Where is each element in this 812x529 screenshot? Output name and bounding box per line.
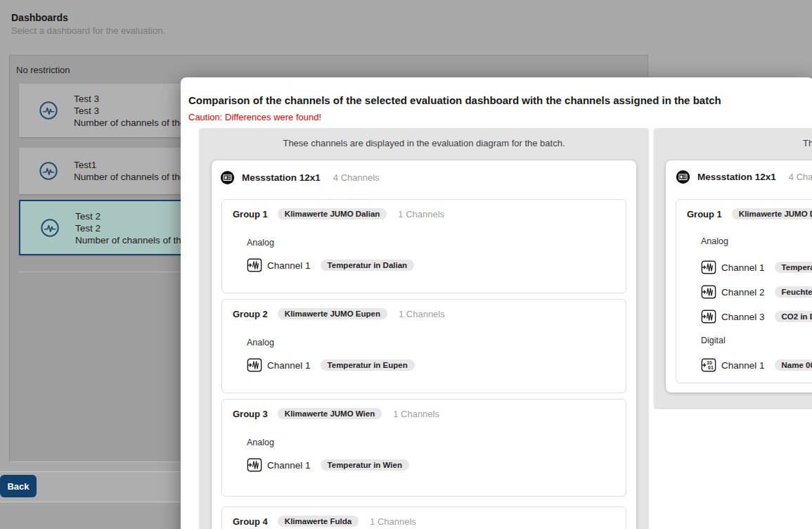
back-button[interactable]: Back xyxy=(0,475,37,497)
analog-channel-icon xyxy=(247,357,262,373)
group-tag-badge: Klimawerte Fulda xyxy=(278,516,359,527)
dashboard-title: Test1 xyxy=(74,159,185,171)
dashboard-title: Test 3 xyxy=(74,93,185,105)
channel-row: Channel 1 Temperatur in Wien xyxy=(247,457,409,473)
station-name: Messstation 12x1 xyxy=(242,172,321,183)
group-channel-count: 1 Channels xyxy=(398,209,444,219)
analog-channel-icon xyxy=(701,309,716,324)
page-title: Dashboards xyxy=(11,12,68,23)
station-name: Messstation 12x1 xyxy=(697,172,776,182)
channel-name: Channel 3 xyxy=(721,312,765,322)
dashboard-tile-text: Test 2 Test 2 Number of channels of the xyxy=(75,210,186,246)
channel-tag-badge: Temperatur in Wien xyxy=(321,459,409,471)
measuring-station-icon xyxy=(220,170,235,185)
analog-channel-icon xyxy=(701,260,716,275)
station-row: Messstation 12x1 4 Channels xyxy=(220,170,380,185)
evaluation-panel-header: These channels are displayed in the eval… xyxy=(199,138,649,148)
group-name: Group 3 xyxy=(233,409,268,419)
channel-tag-badge: Temperatur in Eupen xyxy=(321,359,415,371)
channel-row: Channel 1 Temperatur in Eupen xyxy=(247,357,415,373)
dashboard-description: Number of channels of the xyxy=(74,171,185,183)
group-header: Group 4 Klimawerte Fulda 1 Channels xyxy=(233,516,416,527)
group-channel-count: 1 Channels xyxy=(370,516,416,527)
digital-channel-icon xyxy=(701,357,716,373)
section-label-analog: Analog xyxy=(247,438,274,447)
evaluation-channels-panel: These channels are displayed in the eval… xyxy=(199,128,649,529)
waveform-dashboard-icon xyxy=(39,101,58,120)
waveform-dashboard-icon xyxy=(39,161,58,181)
dialog-title: Comparison of the channels of the select… xyxy=(188,94,721,106)
channel-tag-badge: Temperatur in Dalian xyxy=(321,260,415,271)
dashboard-subtitle: Test 3 xyxy=(74,105,185,117)
channel-name: Channel 1 xyxy=(721,262,765,273)
station-channel-count: 4 Channels xyxy=(333,172,380,183)
section-label-digital: Digital xyxy=(701,336,726,345)
dashboard-tile-text: Test 3 Test 3 Number of channels of the xyxy=(74,93,185,129)
group-tag-badge: Klimawerte JUMO Eupen xyxy=(278,308,387,319)
group-card-3: Group 3 Klimawerte JUMO Wien 1 Channels … xyxy=(221,399,626,497)
group-name: Group 4 xyxy=(233,516,268,527)
channel-row: Channel 1 Temperatur in Dalian xyxy=(247,257,414,273)
channel-tag-badge: Feuchte in Dalian xyxy=(775,286,812,298)
group-card-4: Group 4 Klimawerte Fulda 1 Channels xyxy=(221,506,626,529)
channel-row: Channel 1 Name 001 xyxy=(701,357,812,373)
analog-channel-icon xyxy=(247,457,262,473)
group-card-1: Group 1 Klimawerte JUMO Dalian 1 Channel… xyxy=(221,199,626,293)
station-row: Messstation 12x1 4 Channels xyxy=(676,170,812,184)
channel-name: Channel 1 xyxy=(267,260,311,271)
group-tag-badge: Klimawerte JUMO Dalian xyxy=(732,208,812,219)
group-name: Group 1 xyxy=(233,209,268,219)
screen: Dashboards Select a dashboard for the ev… xyxy=(0,0,812,529)
channel-row: Channel 3 CO2 in Dalian xyxy=(701,309,812,324)
analog-channel-icon xyxy=(247,257,262,273)
channel-row: Channel 1 Temperatur in Dalian xyxy=(701,260,812,275)
dashboard-tile-text: Test1 Number of channels of the xyxy=(74,159,185,183)
station-card: Messstation 12x1 4 Channels Group 1 Klim… xyxy=(666,160,812,393)
dialog-caution-message: Caution: Differences were found! xyxy=(188,112,321,122)
station-card: Messstation 12x1 4 Channels Group 1 Klim… xyxy=(212,160,636,529)
group-name: Group 2 xyxy=(233,309,268,319)
channel-row: Channel 2 Feuchte in Dalian xyxy=(701,284,812,300)
group-tag-badge: Klimawerte JUMO Dalian xyxy=(278,208,387,219)
channel-name: Channel 2 xyxy=(721,287,765,298)
section-label-analog: Analog xyxy=(247,338,274,348)
section-label-analog: Analog xyxy=(701,236,728,246)
measuring-station-icon xyxy=(676,170,690,184)
dashboard-description: Number of channels of the xyxy=(75,234,186,246)
dashboard-description: Number of channels of the xyxy=(74,117,185,129)
analog-channel-icon xyxy=(701,284,716,300)
group-header: Group 1 Klimawerte JUMO Dalian xyxy=(687,208,812,219)
list-filter-label: No restriction xyxy=(16,65,70,75)
group-card-2: Group 2 Klimawerte JUMO Eupen 1 Channels… xyxy=(221,299,626,393)
group-name: Group 1 xyxy=(687,209,722,219)
section-label-analog: Analog xyxy=(247,238,274,248)
group-channel-count: 1 Channels xyxy=(399,309,445,319)
channel-name: Channel 1 xyxy=(267,360,311,371)
channel-tag-badge: Name 001 xyxy=(775,359,812,371)
group-channel-count: 1 Channels xyxy=(393,409,439,419)
group-header: Group 1 Klimawerte JUMO Dalian 1 Channel… xyxy=(233,208,444,219)
page-subtitle: Select a dashboard for the evaluation. xyxy=(11,25,165,36)
channel-name: Channel 1 xyxy=(267,460,311,471)
station-channel-count: 4 Channels xyxy=(789,172,812,182)
group-header: Group 2 Klimawerte JUMO Eupen 1 Channels xyxy=(233,308,445,319)
dashboard-subtitle: Test 2 xyxy=(75,222,186,234)
channel-tag-badge: Temperatur in Dalian xyxy=(775,262,812,273)
waveform-dashboard-icon xyxy=(40,218,60,238)
channel-comparison-dialog: Comparison of the channels of the select… xyxy=(181,77,812,529)
dashboard-title: Test 2 xyxy=(75,210,186,222)
batch-panel-header: These channels are xyxy=(803,138,812,148)
group-tag-badge: Klimawerte JUMO Wien xyxy=(278,408,382,419)
group-header: Group 3 Klimawerte JUMO Wien 1 Channels xyxy=(233,408,439,419)
channel-name: Channel 1 xyxy=(721,360,765,371)
group-card-1: Group 1 Klimawerte JUMO Dalian Analog Ch… xyxy=(676,199,812,383)
batch-channels-panel: These channels are Messstation 12x1 4 Ch… xyxy=(654,128,812,408)
channel-tag-badge: CO2 in Dalian xyxy=(775,311,812,322)
